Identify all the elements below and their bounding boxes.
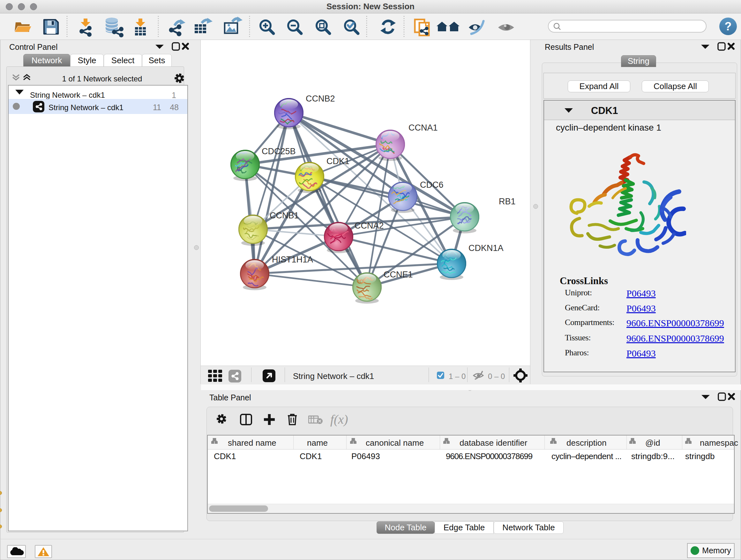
svg-text:CCNB2: CCNB2 bbox=[306, 94, 335, 104]
svg-text:CDKN1A: CDKN1A bbox=[468, 243, 503, 253]
svg-text:CCNE1: CCNE1 bbox=[384, 270, 413, 279]
svg-text:CCNA2: CCNA2 bbox=[354, 221, 384, 231]
svg-text:RB1: RB1 bbox=[499, 197, 516, 206]
svg-text:CDK1: CDK1 bbox=[327, 157, 349, 166]
svg-text:HIST1H1A: HIST1H1A bbox=[272, 255, 313, 264]
svg-text:CDC6: CDC6 bbox=[420, 180, 444, 190]
svg-text:CCNA1: CCNA1 bbox=[408, 123, 438, 132]
svg-text:CCNB1: CCNB1 bbox=[270, 211, 299, 220]
svg-text:CDC25B: CDC25B bbox=[262, 146, 296, 156]
